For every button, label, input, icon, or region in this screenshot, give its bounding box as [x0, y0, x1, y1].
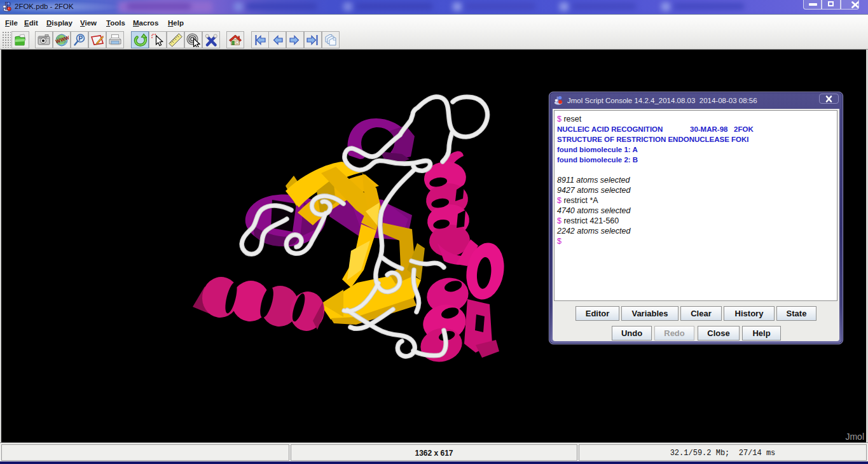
svg-text:P: P: [79, 35, 83, 42]
